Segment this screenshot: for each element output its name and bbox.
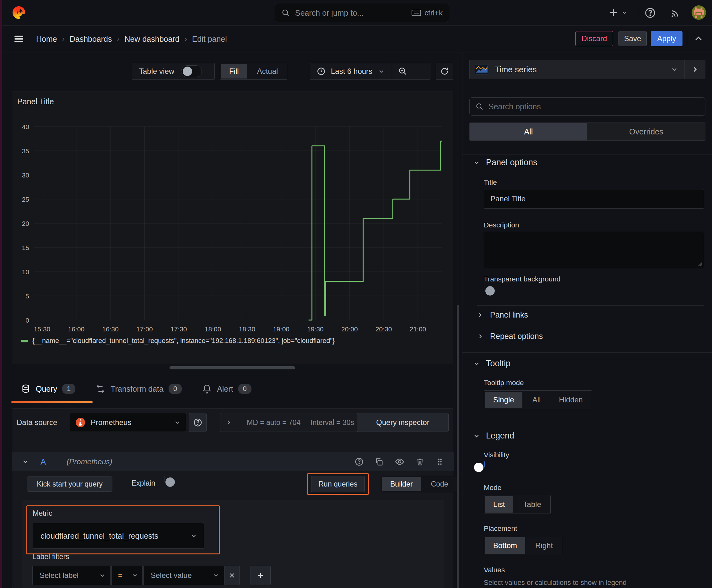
explain-toggle[interactable] xyxy=(164,476,165,482)
svg-text:35: 35 xyxy=(22,147,29,154)
panel-preview: Panel Title 051015202530354015:3016:0016… xyxy=(12,91,453,363)
breadcrumb-new-dashboard[interactable]: New dashboard xyxy=(125,35,179,44)
clock-icon xyxy=(317,67,326,76)
query-tabs: Query 1 Transform data 0 xyxy=(21,378,252,399)
zoom-out-icon[interactable] xyxy=(392,67,413,76)
query-ref-datasource-hint: (Prometheus) xyxy=(67,457,112,466)
placement-bottom-option[interactable]: Bottom xyxy=(485,537,525,554)
vertical-scrollbar[interactable] xyxy=(457,305,459,588)
kick-start-query-button[interactable]: Kick start your query xyxy=(27,477,112,491)
collapse-header-chevron-up-icon[interactable] xyxy=(693,33,704,44)
tab-alert[interactable]: Alert 0 xyxy=(202,384,252,394)
datasource-help-button[interactable] xyxy=(189,413,207,432)
description-textarea[interactable] xyxy=(484,232,704,268)
legend-section-header[interactable]: Legend xyxy=(473,431,514,441)
legend-visibility-toggle[interactable] xyxy=(484,461,485,467)
query-help-icon[interactable] xyxy=(354,457,364,466)
edit-panel-left-pane: Table view Fill Actual Last 6 hours xyxy=(0,52,458,588)
tab-all[interactable]: All xyxy=(470,123,587,141)
fill-actual-segmented: Fill Actual xyxy=(220,63,287,80)
keyboard-icon xyxy=(411,9,421,17)
panel-links-section[interactable]: Panel links xyxy=(477,310,528,319)
transparent-background-toggle[interactable] xyxy=(484,285,484,291)
new-menu-button[interactable] xyxy=(608,7,628,18)
refresh-button[interactable] xyxy=(436,63,453,80)
time-series-chart[interactable]: 051015202530354015:3016:0016:3017:0017:3… xyxy=(12,91,453,335)
time-range-picker[interactable]: Last 6 hours xyxy=(331,67,372,76)
search-shortcut: ctrl+k xyxy=(425,8,443,17)
tab-query-count: 1 xyxy=(62,384,75,394)
remove-query-trash-icon[interactable] xyxy=(415,457,425,466)
tooltip-all-option[interactable]: All xyxy=(524,392,549,408)
add-filter-button[interactable] xyxy=(251,566,271,585)
tooltip-section-header[interactable]: Tooltip xyxy=(473,359,511,369)
discard-button[interactable]: Discard xyxy=(576,31,613,46)
hide-response-eye-icon[interactable] xyxy=(395,457,405,467)
user-avatar[interactable] xyxy=(692,5,706,20)
svg-text:17:30: 17:30 xyxy=(170,326,187,333)
svg-text:15: 15 xyxy=(22,244,29,251)
apply-button[interactable]: Apply xyxy=(651,31,683,46)
plus-icon xyxy=(256,571,265,580)
legend-series-label[interactable]: {__name__="cloudflared_tunnel_total_requ… xyxy=(33,337,335,345)
breadcrumb-home[interactable]: Home xyxy=(36,35,57,44)
metric-select[interactable]: cloudflared_tunnel_total_requests xyxy=(33,523,204,549)
svg-text:18:30: 18:30 xyxy=(239,326,256,333)
tab-query[interactable]: Query 1 xyxy=(21,384,75,394)
select-value-dropdown[interactable]: Select value xyxy=(144,566,224,585)
legend-list-option[interactable]: List xyxy=(485,496,513,512)
tab-overrides[interactable]: Overrides xyxy=(587,123,705,141)
section-divider xyxy=(477,305,704,306)
global-search[interactable]: ctrl+k xyxy=(275,4,449,22)
fill-option[interactable]: Fill xyxy=(221,64,247,79)
metric-value: cloudflared_tunnel_total_requests xyxy=(41,531,158,541)
save-button[interactable]: Save xyxy=(619,31,647,46)
actual-option[interactable]: Actual xyxy=(249,64,286,79)
tab-transform-data[interactable]: Transform data 0 xyxy=(95,384,182,394)
window-edge xyxy=(0,0,2,588)
select-label-dropdown[interactable]: Select label xyxy=(33,566,110,585)
query-inspector-button[interactable]: Query inspector xyxy=(357,413,449,432)
chevron-right-icon xyxy=(225,419,232,426)
chevron-down-icon[interactable] xyxy=(22,458,29,465)
datasource-picker[interactable]: Prometheus xyxy=(70,413,186,432)
legend-table-option[interactable]: Table xyxy=(515,496,549,512)
tooltip-hidden-option[interactable]: Hidden xyxy=(551,392,591,408)
panel-options-section-header[interactable]: Panel options xyxy=(473,158,537,167)
svg-text:20:30: 20:30 xyxy=(375,326,392,333)
drag-handle-icon[interactable] xyxy=(435,457,444,466)
active-tab-underline xyxy=(11,401,93,403)
breadcrumb-dashboards[interactable]: Dashboards xyxy=(70,35,112,44)
menu-burger-icon[interactable] xyxy=(13,33,24,45)
options-search[interactable] xyxy=(469,97,706,115)
news-rss-icon[interactable] xyxy=(670,7,681,19)
values-hint: Select values or calculations to show in… xyxy=(484,579,627,587)
operator-dropdown[interactable]: = xyxy=(111,566,143,585)
search-input[interactable] xyxy=(295,8,411,18)
query-options-row[interactable]: MD = auto = 704 Interval = 30s xyxy=(220,413,376,432)
svg-text:0: 0 xyxy=(25,317,29,324)
code-option[interactable]: Code xyxy=(423,477,456,491)
breadcrumb-separator: › xyxy=(185,35,187,43)
placement-right-option[interactable]: Right xyxy=(527,537,561,554)
visualization-picker[interactable]: Time series xyxy=(469,60,685,79)
help-icon[interactable] xyxy=(644,7,656,19)
tooltip-single-option[interactable]: Single xyxy=(485,392,522,408)
run-queries-button[interactable]: Run queries xyxy=(311,476,365,492)
query-options-md: MD = auto = 704 xyxy=(247,418,300,427)
remove-filter-button[interactable] xyxy=(224,566,239,585)
pane-resize-handle[interactable] xyxy=(170,366,295,370)
resize-handle-icon[interactable] xyxy=(697,261,703,267)
options-search-input[interactable] xyxy=(488,102,705,111)
panel-title-input[interactable] xyxy=(484,189,704,209)
repeat-options-section[interactable]: Repeat options xyxy=(477,332,543,341)
chevron-down-icon xyxy=(473,159,480,166)
grafana-logo[interactable] xyxy=(11,5,26,20)
table-view-toggle[interactable] xyxy=(181,65,202,77)
viz-suggestions-button[interactable] xyxy=(685,60,706,79)
builder-option[interactable]: Builder xyxy=(382,477,421,491)
query-ref-row[interactable]: A (Prometheus) xyxy=(12,452,454,471)
datasource-label: Data source xyxy=(17,413,57,432)
select-label-placeholder: Select label xyxy=(40,571,79,580)
duplicate-query-icon[interactable] xyxy=(374,457,384,466)
